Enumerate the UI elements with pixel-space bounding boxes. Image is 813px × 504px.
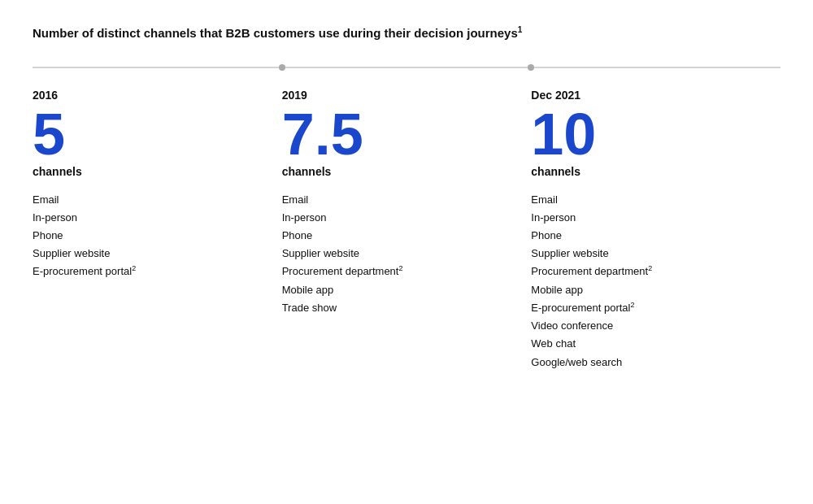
number-1: 7.5	[282, 105, 515, 163]
number-0: 5	[33, 105, 266, 163]
timeline-line	[33, 67, 780, 68]
channels-label-0: channels	[33, 165, 266, 178]
channels-label-1: channels	[282, 165, 515, 178]
list-item: Email	[531, 191, 764, 209]
list-item: Google/web search	[531, 354, 764, 371]
list-item: Procurement department2	[531, 263, 764, 280]
list-item: In-person	[33, 209, 266, 227]
chart-title: Number of distinct channels that B2B cus…	[33, 24, 780, 41]
list-item: E-procurement portal2	[33, 263, 266, 280]
year-1: 2019	[282, 89, 515, 102]
list-item: Phone	[33, 227, 266, 245]
channel-list-2: EmailIn-personPhoneSupplier websiteProcu…	[531, 191, 764, 371]
list-item: Phone	[282, 227, 515, 245]
column-1: 20197.5channelsEmailIn-personPhoneSuppli…	[282, 89, 532, 371]
channel-list-1: EmailIn-personPhoneSupplier websiteProcu…	[282, 191, 515, 317]
year-0: 2016	[33, 89, 266, 102]
chart-container: Number of distinct channels that B2B cus…	[33, 24, 780, 371]
list-item: Mobile app	[282, 281, 515, 299]
list-item: In-person	[282, 209, 515, 227]
year-2: Dec 2021	[531, 89, 764, 102]
list-item: E-procurement portal2	[531, 299, 764, 317]
list-item: Mobile app	[531, 281, 764, 299]
list-item: Supplier website	[282, 245, 515, 263]
timeline	[33, 61, 780, 74]
channel-list-0: EmailIn-personPhoneSupplier websiteE-pro…	[33, 191, 266, 281]
channels-label-2: channels	[531, 165, 764, 178]
list-item: In-person	[531, 209, 764, 227]
number-2: 10	[531, 105, 764, 163]
list-item: Supplier website	[33, 245, 266, 263]
list-item: Email	[33, 191, 266, 209]
list-item: Trade show	[282, 299, 515, 317]
timeline-dot-2	[528, 64, 534, 71]
list-item: Video conference	[531, 317, 764, 335]
list-item: Procurement department2	[282, 263, 515, 280]
timeline-dot-1	[279, 64, 285, 71]
columns-container: 20165channelsEmailIn-personPhoneSupplier…	[33, 89, 780, 371]
column-2: Dec 202110channelsEmailIn-personPhoneSup…	[531, 89, 780, 371]
list-item: Email	[282, 191, 515, 209]
list-item: Supplier website	[531, 245, 764, 263]
list-item: Web chat	[531, 335, 764, 353]
list-item: Phone	[531, 227, 764, 245]
column-0: 20165channelsEmailIn-personPhoneSupplier…	[33, 89, 282, 371]
